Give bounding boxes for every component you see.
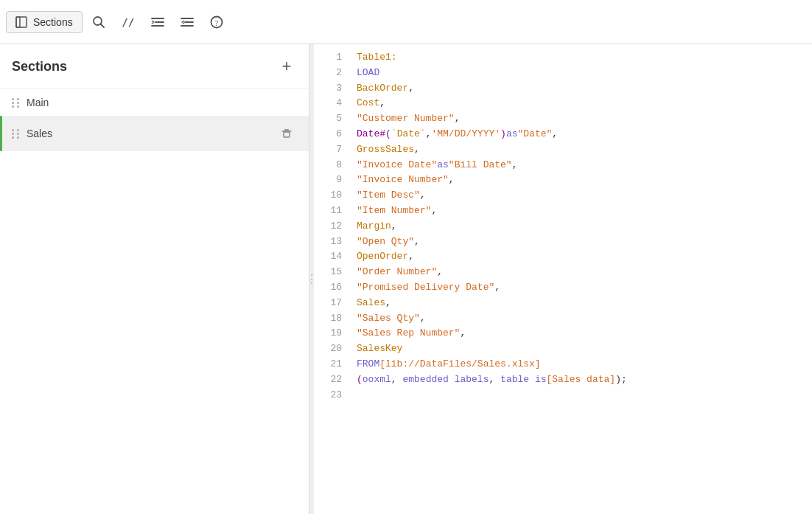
line-number-1: 1 [314,50,351,66]
line-number-21: 21 [314,357,351,372]
line-number-2: 2 [314,66,351,81]
sidebar-item-label-main: Main [27,97,297,108]
code-line-21: FROM [lib://DataFiles/Sales.xlsx] [357,357,812,372]
search-icon [92,15,105,29]
active-indicator [0,116,2,151]
code-line-5: "Customer Number", [357,111,812,127]
code-line-4: Cost, [357,96,812,111]
main-content: Sections + Main Sale [0,44,812,514]
help-icon: ? [210,15,223,29]
code-line-16: "Promised Delivery Date", [357,280,812,296]
sidebar-items-list: Main Sales [0,89,309,514]
code-line-13: "Open Qty", [357,235,812,250]
editor-area: 1234567891011121314151617181920212223 Ta… [314,44,812,514]
sidebar: Sections + Main Sale [0,44,309,514]
toolbar: Sections // ? [0,0,812,44]
code-line-22: (ooxml, embedded labels, table is [Sales… [357,372,812,388]
code-line-2: LOAD [357,66,812,81]
comment-icon: // [122,16,134,28]
line-number-10: 10 [314,188,351,204]
help-button[interactable]: ? [203,9,230,35]
code-line-17: Sales, [357,296,812,311]
line-number-4: 4 [314,96,351,111]
line-number-8: 8 [314,158,351,173]
code-line-7: GrossSales, [357,142,812,158]
line-numbers: 1234567891011121314151617181920212223 [314,44,351,514]
code-line-12: Margin, [357,219,812,235]
line-number-15: 15 [314,265,351,280]
line-number-3: 3 [314,81,351,97]
code-line-19: "Sales Rep Number", [357,326,812,341]
line-number-11: 11 [314,204,351,219]
svg-rect-12 [284,132,290,137]
line-number-14: 14 [314,249,351,265]
sidebar-toggle-icon [15,16,27,28]
comment-button[interactable]: // [115,9,141,35]
indent-icon [150,15,165,29]
svg-rect-1 [16,17,27,27]
line-number-16: 16 [314,280,351,296]
code-line-18: "Sales Qty", [357,311,812,327]
svg-line-3 [100,24,104,27]
code-line-1: Table1: [357,50,812,66]
code-line-20: SalesKey [357,341,812,357]
sidebar-title: Sections [12,59,67,74]
line-number-20: 20 [314,341,351,357]
code-line-14: OpenOrder, [357,249,812,265]
code-content[interactable]: Table1:LOAD BackOrder, Cost, "Customer N… [351,44,812,514]
line-number-23: 23 [314,388,351,403]
sidebar-header: Sections + [0,44,309,89]
line-number-17: 17 [314,296,351,311]
code-line-10: "Item Desc", [357,188,812,204]
indent-button[interactable] [144,9,171,35]
outdent-icon [180,15,195,29]
code-line-8: "Invoice Date" as "Bill Date", [357,158,812,173]
search-button[interactable] [85,9,112,35]
sidebar-item-label-sales: Sales [27,128,270,139]
code-line-3: BackOrder, [357,81,812,97]
line-number-9: 9 [314,173,351,188]
code-line-6: Date#(`Date`,'MM/DD/YYYY') as "Date", [357,127,812,142]
trash-icon [281,128,292,139]
code-line-15: "Order Number", [357,265,812,280]
code-line-11: "Item Number", [357,204,812,219]
line-number-22: 22 [314,372,351,388]
sidebar-item-main[interactable]: Main [0,89,309,116]
delete-sales-button[interactable] [276,123,297,144]
line-number-18: 18 [314,311,351,327]
line-number-19: 19 [314,326,351,341]
line-number-12: 12 [314,219,351,235]
sections-button[interactable]: Sections [6,11,83,33]
sections-button-label: Sections [33,16,73,28]
outdent-button[interactable] [174,9,200,35]
svg-text:?: ? [214,18,218,27]
line-number-13: 13 [314,235,351,250]
line-number-5: 5 [314,111,351,127]
sidebar-item-sales[interactable]: Sales [0,116,309,151]
code-line-23 [357,388,812,403]
code-line-9: "Invoice Number", [357,173,812,188]
drag-handle-sales[interactable] [12,129,21,139]
line-number-6: 6 [314,127,351,142]
drag-handle-main[interactable] [12,98,21,108]
add-section-button[interactable]: + [276,56,297,77]
line-number-7: 7 [314,142,351,158]
